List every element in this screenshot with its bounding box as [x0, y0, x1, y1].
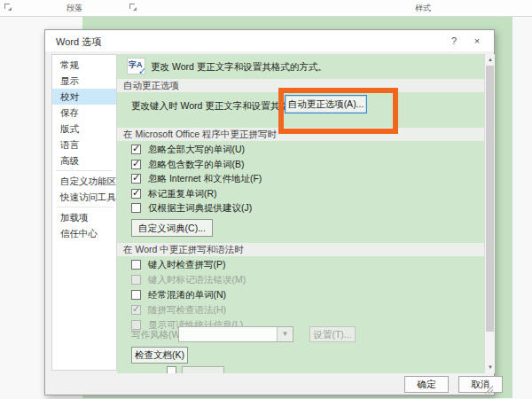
- vertical-scrollbar[interactable]: ▲ ▼: [484, 54, 495, 373]
- checkbox[interactable]: [131, 203, 141, 213]
- checkbox[interactable]: [131, 189, 141, 199]
- options-sidebar: 常规 显示 校对 保存 版式 语言 高级 自定义功能区 快速访问工具栏 加载项 …: [51, 54, 117, 371]
- checkbox[interactable]: [131, 290, 141, 300]
- checkbox[interactable]: [131, 260, 141, 270]
- checkbox[interactable]: [131, 275, 141, 285]
- help-icon[interactable]: ?: [446, 34, 462, 48]
- ok-button[interactable]: 确定: [404, 376, 449, 393]
- sidebar-item-customize-ribbon[interactable]: 自定义功能区: [52, 173, 116, 189]
- checkbox[interactable]: [131, 145, 141, 154]
- scroll-down-icon[interactable]: ▼: [485, 362, 496, 373]
- checkbox[interactable]: [131, 174, 141, 184]
- recheck-document-button[interactable]: 检查文档(K): [131, 347, 188, 364]
- writing-style-dropdown[interactable]: ▼: [178, 326, 293, 342]
- clipped-control: [182, 366, 224, 373]
- dialog-launcher-icon[interactable]: [129, 4, 137, 11]
- sidebar-item-general[interactable]: 常规: [52, 57, 116, 73]
- ribbon-group-styles: 样式: [415, 3, 431, 14]
- resize-grip[interactable]: [485, 386, 493, 394]
- grammar-settings-button: 设置(T)...: [309, 326, 356, 342]
- dialog-launcher-icon[interactable]: [4, 4, 12, 11]
- word-options-screen: 段落 样式 Word 选项 ? × 常规 显示 校对 保存 版式 语言 高级 自…: [0, 0, 532, 399]
- ribbon-group-paragraph: 段落: [66, 3, 82, 14]
- cancel-button[interactable]: 取消: [458, 376, 503, 393]
- dialog-titlebar: Word 选项 ? ×: [45, 30, 494, 51]
- section-header-office-spelling: 在 Microsoft Office 程序中更正拼写时: [117, 128, 484, 141]
- close-icon[interactable]: ×: [469, 34, 485, 48]
- word-options-dialog: Word 选项 ? × 常规 显示 校对 保存 版式 语言 高级 自定义功能区 …: [44, 29, 495, 395]
- dialog-title: Word 选项: [56, 35, 101, 49]
- sidebar-item-layout[interactable]: 版式: [52, 121, 116, 137]
- sidebar-item-language[interactable]: 语言: [52, 137, 116, 153]
- sidebar-item-save[interactable]: 保存: [52, 105, 116, 121]
- sidebar-item-quick-access-toolbar[interactable]: 快速访问工具栏: [52, 189, 116, 205]
- sidebar-item-trust-center[interactable]: 信任中心: [52, 225, 116, 241]
- autocorrect-options-button[interactable]: 自动更正选项(A)...: [285, 95, 367, 113]
- custom-dictionaries-button[interactable]: 自定义词典(C)...: [131, 219, 213, 237]
- sidebar-item-add-ins[interactable]: 加载项: [52, 209, 116, 225]
- sidebar-item-advanced[interactable]: 高级: [52, 153, 116, 168]
- ribbon-strip: 段落 样式: [0, 0, 532, 17]
- checkbox[interactable]: [131, 305, 141, 315]
- proofing-pane: 字A ✓ 更改 Word 更正文字和设置其格式的方式。 自动更正选项 更改键入时…: [117, 54, 484, 373]
- scroll-up-icon[interactable]: ▲: [485, 54, 496, 66]
- sidebar-item-display[interactable]: 显示: [52, 73, 116, 89]
- chevron-down-icon: ▼: [277, 327, 293, 341]
- section-header-word-spelling-grammar: 在 Word 中更正拼写和语法时: [117, 243, 484, 256]
- sidebar-divider: [56, 207, 113, 207]
- sidebar-divider: [56, 170, 113, 171]
- sidebar-item-proofing[interactable]: 校对: [52, 89, 116, 105]
- section-header-autocorrect: 自动更正选项: [117, 79, 484, 92]
- scrollbar-thumb[interactable]: [486, 66, 494, 332]
- checkbox: [167, 366, 176, 373]
- checkbox[interactable]: [131, 160, 141, 169]
- proofing-intro-text: 更改 Word 更正文字和设置其格式的方式。: [151, 61, 327, 74]
- proofing-icon: 字A ✓: [127, 58, 145, 74]
